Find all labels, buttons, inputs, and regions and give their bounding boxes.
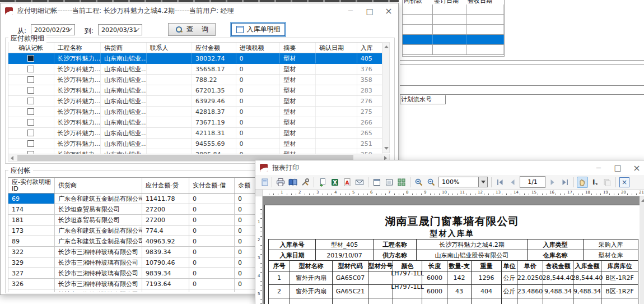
ruler-number: 18 xyxy=(585,191,590,195)
divider xyxy=(400,85,644,86)
hand-icon[interactable] xyxy=(577,177,588,188)
next-page-icon[interactable] xyxy=(547,177,558,188)
ruler-tick xyxy=(260,263,262,264)
maximize-button[interactable]: □ xyxy=(608,160,627,175)
cell xyxy=(142,289,189,292)
copy-icon[interactable] xyxy=(601,177,613,188)
cell xyxy=(368,285,393,298)
page-multi-icon[interactable] xyxy=(396,177,407,188)
table-row[interactable]: 长沙万科魅力...山东南山铝业...67201.350型材283 xyxy=(8,85,382,96)
scroll-down-icon[interactable] xyxy=(384,147,389,150)
close-button[interactable]: × xyxy=(379,3,398,19)
report-partial-icon[interactable] xyxy=(258,177,269,188)
table-row[interactable]: 长沙万科魅力...山东南山铝业...38032.740型材405 xyxy=(8,53,382,64)
cell: 山东南山铝业... xyxy=(101,128,147,138)
minimize-button[interactable]: ─ xyxy=(589,160,608,175)
excel-icon[interactable]: X xyxy=(329,177,340,188)
table-row[interactable] xyxy=(403,15,504,25)
first-page-icon[interactable] xyxy=(494,177,506,188)
confirm-checkbox[interactable] xyxy=(27,87,34,94)
page-single-icon[interactable] xyxy=(371,177,382,188)
close-button[interactable]: × xyxy=(627,160,644,175)
scroll-left-icon[interactable] xyxy=(11,156,13,160)
ruler-tick xyxy=(269,194,269,195)
cell: 0 xyxy=(189,236,235,246)
confirm-checkbox[interactable] xyxy=(27,55,34,62)
cell: 265 xyxy=(357,128,382,138)
ruler-tick xyxy=(309,194,310,195)
last-page-icon[interactable] xyxy=(559,177,571,188)
pdf-icon[interactable]: A xyxy=(342,177,353,188)
confirm-checkbox[interactable] xyxy=(27,130,34,136)
mail-icon[interactable] xyxy=(354,177,365,188)
confirm-checkbox[interactable] xyxy=(27,140,34,147)
minimize-button[interactable]: ─ xyxy=(341,3,360,19)
ruler-tick xyxy=(260,236,262,237)
chevron-down-icon[interactable] xyxy=(478,177,487,187)
cell: 63929.46 xyxy=(192,96,236,106)
print-icon[interactable] xyxy=(275,177,286,188)
preview-vertical-scrollbar[interactable] xyxy=(640,196,644,304)
zoom-out-icon[interactable] xyxy=(426,177,437,188)
close-preview-icon[interactable]: × xyxy=(619,177,630,188)
book-icon[interactable] xyxy=(287,177,298,188)
confirm-checkbox[interactable] xyxy=(27,119,34,126)
confirm-checkbox[interactable] xyxy=(27,66,34,72)
page-double-icon[interactable] xyxy=(384,177,395,188)
cell xyxy=(8,107,54,117)
scroll-up-icon[interactable] xyxy=(641,199,644,202)
cell: 长沙市三湘特种玻璃有限公司 xyxy=(55,289,142,292)
table1-vertical-scrollbar[interactable] xyxy=(382,42,390,153)
table-row[interactable]: 长沙万科魅力...山东南山铝业...63929.460型材276 xyxy=(8,96,382,107)
prev-page-icon[interactable] xyxy=(507,177,518,188)
confirm-checkbox[interactable] xyxy=(27,108,34,115)
cell xyxy=(316,53,357,63)
ruler-tick xyxy=(627,194,628,195)
zoom-in-icon[interactable] xyxy=(413,177,424,188)
toolbar-separator xyxy=(368,177,368,187)
cell: 0 xyxy=(189,194,235,204)
cell: 326 xyxy=(8,279,55,289)
ruler-tick xyxy=(560,194,561,195)
cell: 73671.19 xyxy=(192,117,236,127)
cell: 9,488.34 xyxy=(573,285,601,298)
table-row[interactable] xyxy=(403,25,504,35)
column-header: 联系人 xyxy=(147,43,193,53)
confirm-checkbox[interactable] xyxy=(27,76,34,83)
table-row[interactable]: 长沙万科魅力...山东南山铝业...94555.690型材251 xyxy=(8,139,382,149)
table-row[interactable]: 长沙万科魅力...山东南山铝业...73671.190型材266 xyxy=(8,117,382,128)
cell: B区-1R2F xyxy=(601,271,638,285)
ruler-number: 13 xyxy=(496,191,501,195)
table-row[interactable]: 长沙万科魅力...山东南山铝业...35658.170型材376 xyxy=(8,64,382,75)
ruler-tick xyxy=(381,194,381,195)
cell xyxy=(8,117,54,127)
report-detail-row: 1窗外开内扇GA65C07LH797-1LL60001421296公斤22.02… xyxy=(269,271,638,285)
table-row[interactable]: 长沙万科魅力...山东南山铝业...42818.370型材275 xyxy=(8,107,382,117)
table-row[interactable]: 长沙万科魅力...山东南山铝业...788.220型材358 xyxy=(8,75,382,85)
window1-titlebar[interactable]: 应付明细记帐------当前工程: 长沙万科魅力之城4.2期------当前用户… xyxy=(1,3,398,19)
maximize-button[interactable]: □ xyxy=(360,3,379,19)
cell: 0 xyxy=(236,96,281,106)
info-value: 山东南山铝业股份有限公司 xyxy=(417,250,528,261)
scroll-up-icon[interactable] xyxy=(384,45,389,48)
table-row[interactable] xyxy=(403,35,504,45)
confirm-checkbox[interactable] xyxy=(27,98,34,104)
zoom-level-select[interactable]: 100% xyxy=(438,177,488,187)
table-row[interactable]: 长沙万科魅力...山东南山铝业...3895.840型材250 xyxy=(8,149,382,154)
text-select-icon[interactable]: I xyxy=(589,177,600,188)
ruler-tick xyxy=(327,194,328,195)
print-preview-area[interactable]: 湖南亘晟门窗幕墙有限公司 型材入库单 入库单号型材_405工程名称长沙万科魅力之… xyxy=(263,196,644,304)
to-date-combo[interactable]: 2020/03/31 xyxy=(98,24,142,35)
report-window-titlebar[interactable]: 报表打印 ─ □ × xyxy=(255,160,644,175)
table-row[interactable] xyxy=(403,4,504,15)
tools-icon[interactable] xyxy=(300,177,311,188)
table-row[interactable]: 长沙万科魅力...山东南山铝业...42118.310型材265 xyxy=(8,128,382,139)
cell: 10790.46 xyxy=(142,257,189,268)
inbound-detail-button[interactable]: 入库单明细 xyxy=(231,23,285,36)
page-number-box[interactable]: 1/1 xyxy=(520,176,545,188)
table-row[interactable] xyxy=(403,45,504,55)
export-icon[interactable] xyxy=(317,177,328,188)
horizontal-ruler: 123456789101112131415161718192021 xyxy=(263,190,644,196)
payable-group-label: 应付帐 xyxy=(8,166,33,176)
query-button[interactable]: 查 询 xyxy=(168,23,216,36)
